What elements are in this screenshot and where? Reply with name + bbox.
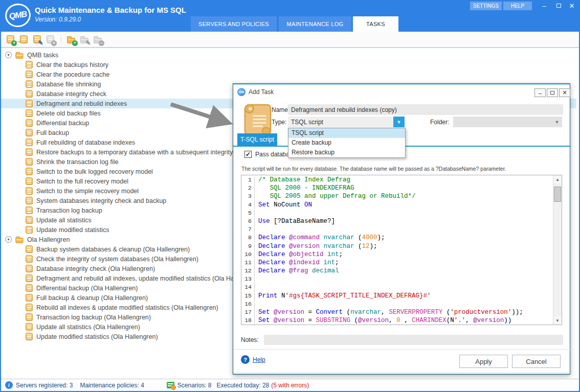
tree-item-label: Database file shrinking [36, 81, 101, 88]
app-title: Quick Maintenance & Backup for MS SQL [35, 6, 186, 14]
info-icon: i [5, 381, 13, 389]
code-line: 6Use [?DataBaseName?] [241, 218, 553, 226]
tree-item-label: Shrink the transaction log file [36, 158, 119, 166]
dialog-maximize-icon[interactable] [547, 88, 558, 97]
line-number: 3 [241, 193, 255, 201]
status-executed: Executed today: 28 [217, 382, 270, 389]
name-field[interactable]: Defragment and rebuild indexes (copy) [288, 104, 563, 115]
tree-item-label: Transaction log backup [36, 207, 102, 214]
type-option[interactable]: Create backup [288, 138, 405, 148]
plus-badge-icon: + [72, 40, 78, 46]
type-option[interactable]: Restore backup [288, 148, 405, 157]
notes-field[interactable] [264, 335, 563, 345]
status-servers: Servers registered: 3 [16, 382, 73, 389]
scroll-up-icon[interactable]: ▲ [553, 175, 562, 183]
toolbar: +→✎×+✎− [1, 32, 579, 48]
help-question-icon[interactable]: ? [241, 355, 250, 364]
folder-icon [15, 53, 23, 58]
collapse-expander-icon[interactable]: ▾ [5, 52, 12, 58]
cancel-button[interactable]: Cancel [512, 355, 561, 368]
close-icon[interactable]: ✕ [566, 1, 578, 10]
settings-button[interactable]: SETTINGS [470, 2, 502, 10]
line-content: Declare @command nvarchar (4000); [255, 234, 385, 242]
tree-item-label: Check the integrity of system databases … [36, 256, 198, 263]
line-content [255, 284, 258, 292]
tree-item[interactable]: Clear the backups history [1, 60, 576, 70]
sql-editor[interactable]: 1/* Database Index Defrag2 SQL 2000 - IN… [241, 175, 562, 325]
scroll-icon [26, 61, 33, 68]
code-line: 14 [241, 284, 553, 292]
code-line: 9Declare @version nvarchar (12); [241, 243, 553, 251]
tree-item-label: Differential backup [36, 120, 89, 127]
annotation-arrow [165, 98, 236, 130]
apply-button[interactable]: Apply [459, 355, 508, 368]
script-description: The script will be run for every databas… [241, 166, 506, 172]
collapse-expander-icon[interactable]: ▾ [5, 236, 12, 243]
tree-item-label: Full rebuilding of database indexes [36, 139, 135, 146]
tab-tsql-script[interactable]: T-SQL script [237, 133, 277, 146]
pencil-badge-icon: ✎ [85, 40, 91, 46]
line-content [255, 226, 258, 234]
tab-maintenance-log[interactable]: MAINTENANCE LOG [279, 16, 351, 32]
pencil-badge-icon: ✎ [38, 40, 43, 46]
status-errors: (5 with errors) [271, 382, 309, 389]
toolbar-separator [61, 34, 61, 44]
tree-group-row[interactable]: ▾QMB tasks [1, 50, 576, 60]
scroll-icon [26, 304, 33, 311]
dialog-titlebar[interactable]: QMB Add Task [233, 85, 570, 99]
dialog-minimize-icon[interactable]: – [534, 88, 546, 97]
tab-tasks[interactable]: TASKS [353, 16, 398, 32]
line-content: Set @version = Convert (nvarchar, SERVER… [255, 309, 523, 317]
help-button[interactable]: HELP [503, 2, 532, 10]
status-policies: Maintenance policies: 4 [80, 382, 144, 389]
tree-item-label: Full backup & cleanup (Ola Hallengren) [36, 294, 148, 302]
code-line: 8Declare @command nvarchar (4000); [241, 234, 553, 242]
import-task-button[interactable]: → [17, 33, 30, 45]
scroll-icon [26, 80, 33, 88]
app-header: QMB Quick Maintenance & Backup for MS SQ… [0, 0, 580, 32]
type-combo[interactable]: TSQL script ▼ [288, 117, 405, 127]
type-combo-arrow-icon[interactable]: ▼ [393, 117, 405, 127]
tree-item-label: Switch to the bulk logged recovery model [36, 168, 153, 175]
scroll-icon [26, 265, 33, 272]
line-number: 4 [241, 201, 255, 210]
editor-scrollbar[interactable]: ▲ ▼ [553, 175, 562, 325]
line-number: 2 [241, 185, 255, 193]
edit-task-button[interactable]: ✎ [31, 33, 43, 45]
code-line: 2 SQL 2000 - INDEXDEFRAG [241, 185, 553, 193]
scroll-icon [26, 119, 33, 127]
line-content: Print N'#gs{TASK_SCRIPT_TITLE_INDEX_DEFR… [255, 292, 431, 301]
tree-item-label: Switch to the full recovery model [36, 178, 128, 185]
line-number: 17 [241, 309, 255, 317]
line-number: 9 [241, 243, 255, 251]
folder-label: Folder: [430, 119, 449, 126]
add-folder-button[interactable]: + [65, 33, 77, 45]
tree-item-label: Restore backups to a temporary database … [36, 149, 251, 156]
tree-item-label: Update all statistics [36, 217, 92, 224]
line-number: 8 [241, 234, 255, 242]
scroll-icon [26, 100, 33, 107]
folder-combo-arrow-icon[interactable]: ▼ [552, 117, 562, 127]
code-line: 3 SQL 2005 and upper Defrag or Rebuild*/ [241, 193, 553, 201]
type-option[interactable]: TSQL script [288, 128, 405, 138]
maximize-icon[interactable] [552, 1, 565, 10]
minimize-icon[interactable]: – [538, 1, 550, 10]
dialog-help-link[interactable]: Help [253, 356, 265, 363]
tree-item-label: Database integrity check (Ola Hallengren… [36, 265, 155, 272]
tree-item[interactable]: Clear the pocedure cache [1, 70, 576, 79]
scroll-thumb[interactable] [554, 187, 561, 202]
line-content: Declare @frag decimal [255, 267, 339, 275]
tab-servers-and-policies[interactable]: SERVERS AND POLICIES [191, 16, 277, 32]
dialog-close-icon[interactable]: ✕ [559, 88, 570, 97]
folder-combo[interactable]: ▼ [453, 117, 562, 127]
name-label: Name: [272, 106, 289, 113]
tree-item-label: System databases integrity check and bac… [36, 197, 166, 204]
line-number: 11 [241, 259, 255, 267]
line-content [255, 210, 258, 218]
pass-dbname-checkbox[interactable]: ✓ [244, 151, 252, 158]
code-line: 11Declare @indexid int; [241, 259, 553, 267]
scroll-down-icon[interactable]: ▼ [553, 316, 562, 325]
maximize-box [556, 4, 561, 8]
scroll-icon [26, 168, 33, 175]
tree-item-label: Update modified statistics (Ola Hallengr… [36, 333, 158, 340]
